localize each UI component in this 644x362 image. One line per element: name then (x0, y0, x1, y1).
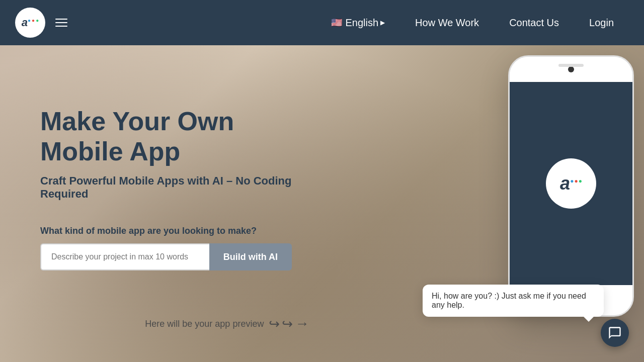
hamburger-line-3 (55, 26, 67, 27)
language-arrow: ▶ (380, 19, 385, 26)
nav-language[interactable]: 🇺🇸 English ▶ (316, 0, 400, 45)
phone-logo-text: a ● ● ● (560, 173, 582, 194)
hero-title: Make Your Own Mobile App (40, 107, 292, 167)
nav-contact-us[interactable]: Contact Us (494, 0, 574, 45)
chat-icon (608, 326, 622, 340)
dot-green: ● (36, 18, 39, 23)
nav-how-we-work[interactable]: How We Work (400, 0, 494, 45)
arrow-curved-2: ↩ (282, 316, 293, 332)
logo-text: a ● ● ● (22, 16, 39, 29)
arrow-right: → (295, 316, 309, 332)
hero-subtitle: Craft Powerful Mobile Apps with AI – No … (40, 174, 292, 201)
arrow-icons: ↩ ↩ → (269, 316, 309, 332)
phone-dot-red: ● (574, 177, 578, 185)
arrow-curved-1: ↩ (269, 316, 280, 332)
flag-icon: 🇺🇸 (331, 17, 342, 28)
nav-login[interactable]: Login (574, 0, 629, 45)
form-label: What kind of mobile app are you looking … (40, 226, 292, 236)
preview-area: Here will be your app preview ↩ ↩ → (30, 316, 309, 332)
hero-content: Make Your Own Mobile App Craft Powerful … (0, 45, 322, 362)
chat-message: Hi, how are you? :) Just ask me if you n… (432, 292, 586, 309)
build-with-ai-button[interactable]: Build with AI (209, 243, 292, 270)
hamburger-line-1 (55, 19, 67, 20)
dot-red: ● (32, 18, 35, 23)
logo-dots: ● ● ● (28, 18, 39, 23)
project-form: Build with AI (40, 243, 292, 270)
chat-bubble: Hi, how are you? :) Just ask me if you n… (423, 285, 604, 317)
project-input[interactable] (40, 243, 209, 270)
logo[interactable]: a ● ● ● (15, 8, 45, 38)
nav-links: 🇺🇸 English ▶ How We Work Contact Us Logi… (316, 0, 629, 45)
phone-logo-dots: ● ● ● (570, 177, 582, 185)
phone-frame: a ● ● ● (508, 55, 634, 317)
dot-blue: ● (28, 18, 31, 23)
phone-logo: a ● ● ● (546, 158, 596, 209)
chat-toggle-button[interactable] (601, 319, 629, 347)
language-label: English (345, 17, 378, 29)
phone-top-bar (510, 57, 632, 82)
navbar: a ● ● ● 🇺🇸 English ▶ How We Work Contact… (0, 0, 644, 45)
preview-text: Here will be your app preview (145, 319, 264, 329)
phone-dot-green: ● (579, 177, 582, 185)
phone-screen: a ● ● ● (510, 82, 632, 285)
hamburger-line-2 (55, 22, 67, 23)
phone-dot-blue: ● (570, 177, 574, 185)
phone-camera (568, 66, 574, 72)
hamburger-menu[interactable] (55, 19, 67, 27)
phone-speaker (558, 64, 584, 67)
